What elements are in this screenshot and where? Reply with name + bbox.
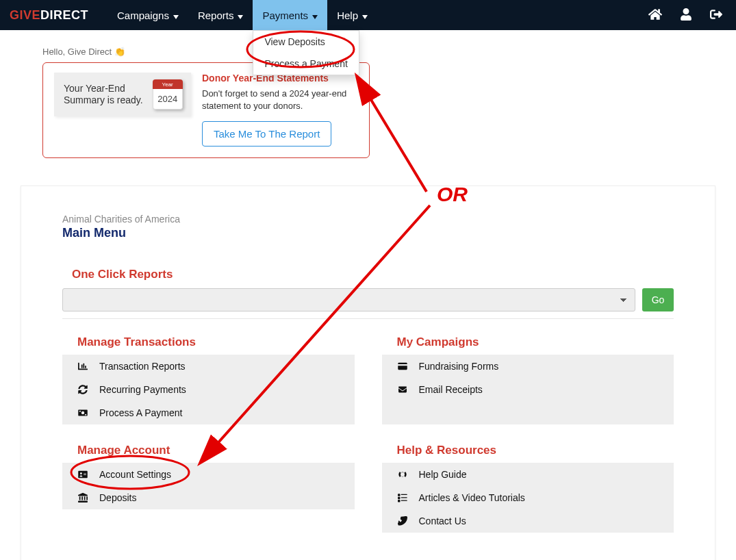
nav-payments[interactable]: Payments View Deposits Process a Payment bbox=[253, 0, 327, 30]
nav-help[interactable]: Help bbox=[327, 0, 377, 30]
calendar-icon: Year 2024 bbox=[153, 79, 183, 110]
bank-icon bbox=[77, 493, 88, 502]
envelope-icon bbox=[397, 385, 408, 394]
link-label: Account Settings bbox=[99, 469, 171, 480]
link-label: Recurring Payments bbox=[99, 384, 186, 395]
dropdown-view-deposits[interactable]: View Deposits bbox=[253, 31, 358, 53]
nav-items: Campaigns Reports Payments View Deposits… bbox=[107, 0, 377, 30]
caret-down-icon bbox=[362, 10, 368, 21]
link-label: Transaction Reports bbox=[99, 361, 186, 372]
link-label: Process A Payment bbox=[99, 407, 182, 418]
section-my-campaigns: My Campaigns bbox=[397, 335, 674, 349]
top-nav: GIVEDIRECT Campaigns Reports Payments Vi… bbox=[0, 0, 736, 30]
alert-body: Don't forget to send a 2024 year-end sta… bbox=[202, 88, 358, 112]
link-recurring-payments[interactable]: Recurring Payments bbox=[62, 378, 355, 401]
link-account-settings[interactable]: Account Settings bbox=[62, 463, 355, 486]
link-label: Deposits bbox=[99, 492, 136, 503]
dropdown-process-payment[interactable]: Process a Payment bbox=[253, 53, 358, 75]
payments-dropdown: View Deposits Process a Payment bbox=[253, 30, 359, 75]
divider bbox=[62, 318, 674, 319]
phone-icon bbox=[397, 516, 408, 526]
alert-card-text: Your Year-End Summary is ready. bbox=[64, 83, 143, 107]
link-label: Fundraising Forms bbox=[419, 361, 499, 372]
link-label: Email Receipts bbox=[419, 384, 483, 395]
greeting-text: Hello, Give Direct 👏 bbox=[42, 47, 736, 57]
alert-card-left: Your Year-End Summary is ready. Year 202… bbox=[54, 73, 191, 116]
one-click-reports-select[interactable] bbox=[62, 288, 635, 311]
sign-out-icon[interactable] bbox=[710, 8, 722, 23]
home-icon[interactable] bbox=[648, 8, 662, 23]
credit-card-icon bbox=[397, 362, 408, 370]
id-card-icon bbox=[77, 470, 88, 479]
link-email-receipts[interactable]: Email Receipts bbox=[382, 378, 674, 401]
section-manage-account: Manage Account bbox=[77, 444, 355, 457]
page-title: Main Menu bbox=[62, 226, 674, 240]
link-fundraising-forms[interactable]: Fundraising Forms bbox=[382, 355, 674, 378]
year-end-alert: Your Year-End Summary is ready. Year 202… bbox=[42, 62, 370, 158]
brand-part-direct: DIRECT bbox=[40, 8, 88, 23]
link-contact-us[interactable]: Contact Us bbox=[382, 509, 674, 533]
nav-label: Campaigns bbox=[117, 10, 169, 21]
list-icon bbox=[397, 493, 408, 502]
life-ring-icon bbox=[397, 470, 408, 479]
link-label: Articles & Video Tutorials bbox=[419, 492, 525, 503]
user-icon[interactable] bbox=[680, 8, 692, 23]
brand-logo[interactable]: GIVEDIRECT bbox=[0, 0, 107, 30]
link-transaction-reports[interactable]: Transaction Reports bbox=[62, 355, 355, 378]
nav-reports[interactable]: Reports bbox=[188, 0, 253, 30]
link-articles-tutorials[interactable]: Articles & Video Tutorials bbox=[382, 486, 674, 509]
link-help-guide[interactable]: Help Guide bbox=[382, 463, 674, 486]
take-me-to-report-button[interactable]: Take Me To The Report bbox=[202, 121, 331, 147]
link-label: Help Guide bbox=[419, 469, 467, 480]
nav-label: Reports bbox=[198, 10, 234, 21]
section-manage-transactions: Manage Transactions bbox=[77, 335, 355, 349]
caret-down-icon bbox=[173, 10, 179, 21]
section-help-resources: Help & Resources bbox=[397, 444, 674, 457]
caret-down-icon bbox=[238, 10, 243, 21]
link-deposits[interactable]: Deposits bbox=[62, 486, 355, 509]
nav-campaigns[interactable]: Campaigns bbox=[107, 0, 188, 30]
bar-chart-icon bbox=[77, 361, 88, 371]
link-label: Contact Us bbox=[419, 516, 466, 526]
refresh-icon bbox=[77, 385, 88, 394]
org-name: Animal Charities of America bbox=[62, 214, 674, 225]
main-panel: Animal Charities of America Main Menu On… bbox=[21, 186, 715, 560]
one-click-reports-title: One Click Reports bbox=[72, 268, 674, 281]
go-button[interactable]: Go bbox=[642, 288, 674, 311]
caret-down-icon bbox=[312, 10, 318, 21]
money-icon bbox=[77, 409, 88, 417]
nav-label: Help bbox=[337, 10, 358, 21]
link-process-payment[interactable]: Process A Payment bbox=[62, 401, 355, 424]
brand-part-give: GIVE bbox=[10, 8, 40, 23]
nav-label: Payments bbox=[262, 10, 308, 21]
